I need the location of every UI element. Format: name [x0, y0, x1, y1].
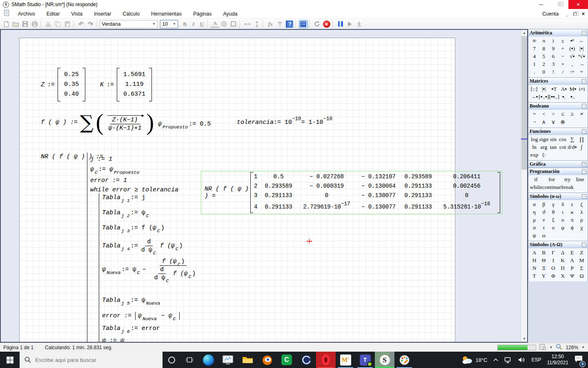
palette-button[interactable]: ▪ⁿ: [568, 37, 577, 45]
palette-button[interactable]: 5: [539, 53, 548, 60]
menu-item[interactable]: Vista: [65, 11, 88, 17]
vertical-spacing-icon[interactable]: [252, 20, 261, 28]
palette-button[interactable]: Η: [530, 257, 539, 264]
palette-button[interactable]: +: [558, 45, 567, 52]
palette-button[interactable]: Ε: [568, 249, 577, 256]
scroll-up-icon[interactable]: ▲: [521, 30, 528, 36]
palette-button[interactable]: υ: [548, 224, 558, 231]
palette-button[interactable]: :=: [568, 68, 577, 76]
palette-button[interactable]: π: [568, 216, 577, 224]
palette-button[interactable]: break: [561, 184, 574, 191]
palette-button[interactable]: ln: [530, 144, 539, 151]
help-button[interactable]: ?: [285, 20, 294, 28]
taskbar-app-smath-studio[interactable]: S: [375, 352, 394, 368]
taskbar-app-task-manager[interactable]: [218, 352, 238, 368]
palette-button[interactable]: ∨: [548, 118, 558, 126]
palette-button[interactable]: θ: [548, 209, 558, 216]
taskbar-app-file-explorer[interactable]: [238, 352, 257, 368]
palette-button[interactable]: ▪T: [549, 85, 559, 93]
palette-button[interactable]: <: [539, 110, 548, 118]
show-hidden-icons-button[interactable]: [490, 352, 501, 368]
taskbar-search[interactable]: [20, 352, 163, 368]
nr-result-region[interactable]: NR ( f ( ψ ) ) = 10.5− 0.027268− 0.13210…: [201, 171, 502, 214]
palette-button[interactable]: −: [558, 53, 567, 60]
palette-button[interactable]: |▪|: [577, 45, 586, 52]
menu-item[interactable]: Editar: [41, 11, 66, 17]
language-indicator[interactable]: ESP: [528, 352, 544, 368]
palette-button[interactable]: ▪.: [559, 93, 568, 101]
palette-button[interactable]: ∧: [539, 118, 548, 126]
panel-collapse-button[interactable]: −: [582, 31, 586, 35]
palette-button[interactable]: {:: [539, 151, 548, 159]
paste-button[interactable]: [62, 20, 72, 28]
minimize-button[interactable]: [532, 0, 550, 9]
action-center-button[interactable]: 3: [571, 352, 588, 368]
palette-button[interactable]: =: [577, 68, 586, 76]
scroll-down-icon[interactable]: ▼: [521, 336, 528, 342]
palette-button[interactable]: log: [530, 136, 539, 143]
while-body-block[interactable]: Tablaj 1:= j Tablaj 2:= ψC Tablaj 3:= f …: [99, 193, 99, 342]
palette-button[interactable]: >: [548, 110, 558, 118]
palette-button[interactable]: ¬: [530, 118, 539, 126]
palette-button[interactable]: Χ: [558, 272, 567, 280]
italic-button[interactable]: I: [189, 21, 198, 27]
palette-button[interactable]: Μ: [577, 257, 586, 264]
palette-button[interactable]: Β: [539, 249, 548, 256]
palette-button[interactable]: ρ: [577, 216, 586, 224]
panel-collapse-button[interactable]: −: [582, 129, 586, 134]
open-file-button[interactable]: [11, 20, 20, 28]
palette-button[interactable]: Ω: [577, 272, 586, 280]
palette-button[interactable]: Ψ: [568, 272, 577, 280]
panel-header[interactable]: Símbolos (α-ω) −: [528, 193, 588, 200]
menu-item[interactable]: Páginas: [187, 11, 217, 17]
panel-header[interactable]: Símbolos (Α-Ω) −: [528, 241, 588, 248]
palette-button[interactable]: Κ: [558, 257, 567, 264]
palette-button[interactable]: ±: [558, 37, 567, 45]
palette-button[interactable]: ν: [539, 216, 548, 224]
save-button[interactable]: [20, 20, 30, 28]
vertical-scrollbar[interactable]: ▲ ▼: [521, 30, 527, 342]
palette-button[interactable]: 0: [539, 68, 548, 76]
palette-button[interactable]: Α: [530, 249, 539, 256]
palette-button[interactable]: continue: [542, 184, 561, 191]
palette-button[interactable]: |▪|: [539, 85, 549, 93]
background-color-button[interactable]: [219, 20, 229, 28]
panel-collapse-button[interactable]: −: [582, 169, 586, 174]
palette-button[interactable]: 9: [548, 45, 558, 52]
palette-button[interactable]: A▪: [559, 85, 568, 93]
taskbar-app-microsoft-edge[interactable]: [198, 352, 218, 368]
palette-button[interactable]: ∫: [577, 144, 586, 151]
palette-button[interactable]: ϕ: [568, 224, 577, 231]
palette-button[interactable]: ε: [568, 201, 577, 208]
mdi-restore-button[interactable]: [573, 12, 577, 16]
palette-button[interactable]: =: [530, 110, 539, 118]
palette-button[interactable]: while: [530, 184, 542, 191]
palette-button[interactable]: ,: [568, 61, 577, 68]
copy-button[interactable]: [53, 20, 62, 28]
horizontal-spacing-icon[interactable]: [243, 20, 252, 28]
panel-header[interactable]: Aritmética −: [528, 29, 588, 36]
palette-button[interactable]: ψ: [530, 232, 539, 239]
new-file-button[interactable]: [2, 20, 11, 28]
palette-button[interactable]: ▪..: [568, 93, 577, 101]
palette-button[interactable]: →: [577, 61, 586, 68]
expression-psi-propuesto[interactable]: ψPropuesto:= 0.5: [158, 121, 211, 128]
palette-button[interactable]: tan: [548, 144, 558, 151]
palette-button[interactable]: Σ: [577, 265, 586, 272]
palette-button[interactable]: 6: [548, 53, 558, 60]
task-view-button[interactable]: [180, 352, 198, 368]
search-input[interactable]: [35, 357, 149, 363]
cut-button[interactable]: [44, 20, 53, 28]
expression-z-matrix[interactable]: Z:= 0.250.350.40: [41, 68, 85, 101]
palette-button[interactable]: (▪): [568, 45, 577, 52]
palette-button[interactable]: Ο: [548, 265, 558, 272]
zoom-level[interactable]: 126%: [566, 345, 578, 350]
palette-button[interactable]: ×: [558, 61, 567, 68]
menu-item[interactable]: Ayuda: [217, 11, 243, 17]
cortana-button[interactable]: [163, 352, 180, 368]
palette-button[interactable]: sin: [548, 136, 558, 143]
palette-button[interactable]: π: [539, 37, 548, 45]
palette-button[interactable]: d/d▪: [568, 144, 577, 151]
palette-button[interactable]: ο: [558, 216, 567, 224]
taskbar-app-blender[interactable]: [257, 352, 277, 368]
